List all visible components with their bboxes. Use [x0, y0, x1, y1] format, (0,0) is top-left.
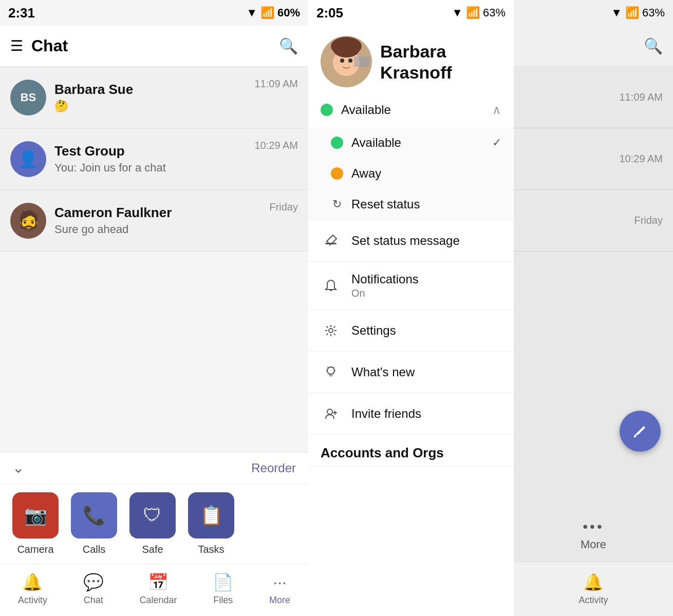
chat-nav-label: Chat [84, 595, 103, 606]
available-label: Available [351, 136, 484, 150]
reset-status-item[interactable]: ↻ Reset status [319, 189, 514, 220]
left-time: 2:31 [8, 5, 35, 21]
right-battery: 63% [642, 6, 665, 20]
notifications-label: Notifications [351, 272, 501, 286]
middle-wifi-icon: ▼ [452, 6, 463, 20]
menu-list: Available ∧ Available ✓ Away ↻ Reset sta… [308, 92, 514, 616]
app-item-calls[interactable]: 📞 Calls [71, 492, 117, 555]
left-panel: 2:31 ▼ 📶 60% ☰ Chat 🔍 BS Barbara Sue 🤔 1… [0, 0, 308, 616]
invite-label: Invite friends [351, 407, 501, 421]
notifications-item[interactable]: Notifications On [308, 262, 514, 310]
nav-item-chat[interactable]: 💬 Chat [83, 572, 104, 606]
chevron-down-icon[interactable]: ⌄ [12, 459, 24, 476]
app-item-tasks[interactable]: 📋 Tasks [188, 492, 234, 555]
chat-item-test-group[interactable]: 👤 Test Group You: Join us for a chat 10:… [0, 128, 308, 190]
nav-item-activity[interactable]: 🔔 Activity [18, 572, 47, 606]
invite-item[interactable]: Invite friends [308, 393, 514, 435]
settings-item[interactable]: Settings [308, 310, 514, 352]
right-nav-bar: 🔔 Activity [514, 562, 673, 616]
svg-point-8 [329, 329, 333, 333]
calls-app-icon: 📞 [71, 492, 117, 538]
notifications-text: Notifications On [351, 272, 501, 299]
activity-nav-icon: 🔔 [22, 572, 43, 592]
nav-item-calendar[interactable]: 📅 Calendar [139, 572, 177, 606]
chat-preview-cameron-faulkner: Sure go ahead [54, 223, 261, 236]
files-nav-label: Files [213, 595, 233, 606]
app-item-camera[interactable]: 📷 Camera [12, 492, 59, 555]
middle-time: 2:05 [316, 5, 343, 21]
gear-icon [321, 320, 341, 341]
right-wifi-icon: ▼ [611, 6, 622, 20]
available-sub-dot [331, 137, 343, 149]
nav-item-files[interactable]: 📄 Files [213, 572, 233, 606]
right-header: 🔍 [514, 26, 673, 67]
more-nav-icon: ··· [273, 573, 287, 592]
signal-icon: 📶 [260, 6, 274, 20]
chat-item-barbara-sue[interactable]: BS Barbara Sue 🤔 11:09 AM [0, 67, 308, 128]
calls-label: Calls [83, 544, 105, 555]
status-chevron-up-icon: ∧ [492, 103, 501, 117]
chat-title: Chat [31, 36, 68, 55]
set-status-text: Set status message [351, 234, 501, 248]
more-nav-label: More [269, 595, 290, 606]
check-icon: ✓ [492, 136, 501, 149]
right-chat-item-2: 10:29 AM [514, 128, 673, 190]
safe-app-icon: 🛡 [129, 492, 176, 538]
nav-item-more[interactable]: ··· More [269, 573, 290, 606]
search-icon[interactable]: 🔍 [279, 37, 298, 55]
chat-content-cameron-faulkner: Cameron Faulkner Sure go ahead [54, 205, 261, 236]
middle-status-icons: ▼ 📶 63% [452, 6, 506, 20]
svg-point-10 [327, 409, 332, 414]
bottom-area: ⌄ Reorder 📷 Camera 📞 Calls 🛡 Safe [0, 452, 308, 616]
status-away-item[interactable]: Away [319, 158, 514, 189]
status-main-label: Available [341, 103, 484, 117]
reorder-button[interactable]: Reorder [251, 461, 296, 475]
chat-name-test-group: Test Group [54, 143, 246, 159]
menu-icon[interactable]: ☰ [10, 37, 23, 54]
avatar-tg: 👤 [10, 141, 46, 177]
whats-new-text: What's new [351, 365, 501, 379]
safe-label: Safe [142, 544, 163, 555]
app-item-safe[interactable]: 🛡 Safe [129, 492, 176, 555]
chat-content-test-group: Test Group You: Join us for a chat [54, 143, 246, 175]
chat-preview-test-group: You: Join us for a chat [54, 161, 246, 175]
lightbulb-icon [321, 362, 341, 382]
settings-label: Settings [351, 323, 501, 338]
reset-label: Reset status [351, 197, 501, 211]
chat-time-cameron-faulkner: Friday [269, 201, 298, 213]
wifi-icon: ▼ [246, 6, 257, 20]
profile-avatar[interactable] [321, 36, 372, 87]
activity-nav-label: Activity [18, 595, 47, 606]
chat-name-cameron-faulkner: Cameron Faulkner [54, 205, 261, 221]
status-section: Available ∧ Available ✓ Away ↻ Reset sta… [308, 92, 514, 220]
status-available-item[interactable]: Available ✓ [319, 127, 514, 158]
right-time-2: 10:29 AM [619, 153, 663, 165]
right-search-icon[interactable]: 🔍 [644, 37, 663, 55]
bell-icon [321, 276, 341, 296]
files-nav-icon: 📄 [213, 572, 233, 592]
more-dots-icon: ••• [583, 518, 604, 535]
edit-icon [321, 230, 341, 251]
left-status-icons: ▼ 📶 60% [246, 6, 300, 20]
avatar-cf: 🧔 [10, 203, 46, 239]
chat-nav-icon: 💬 [83, 572, 104, 592]
svg-point-4 [340, 59, 344, 63]
more-label: More [581, 538, 606, 551]
whats-new-item[interactable]: What's new [308, 352, 514, 393]
svg-point-9 [327, 367, 334, 374]
app-grid: 📷 Camera 📞 Calls 🛡 Safe 📋 Tas [0, 484, 308, 564]
calendar-nav-label: Calendar [139, 595, 177, 606]
middle-signal-icon: 📶 [466, 6, 480, 20]
battery-text: 60% [277, 6, 300, 20]
middle-status-bar: 2:05 ▼ 📶 63% [308, 0, 514, 26]
away-dot [331, 167, 343, 180]
status-main-item[interactable]: Available ∧ [308, 92, 514, 127]
compose-fab[interactable] [620, 411, 661, 452]
set-status-item[interactable]: Set status message [308, 220, 514, 262]
calendar-nav-icon: 📅 [148, 572, 169, 592]
chat-item-cameron-faulkner[interactable]: 🧔 Cameron Faulkner Sure go ahead Friday [0, 190, 308, 252]
accounts-section: Accounts and Orgs [308, 435, 514, 467]
right-signal-icon: 📶 [625, 6, 639, 20]
nav-bar: 🔔 Activity 💬 Chat 📅 Calendar 📄 Files ···… [0, 564, 308, 616]
middle-battery: 63% [483, 6, 506, 20]
